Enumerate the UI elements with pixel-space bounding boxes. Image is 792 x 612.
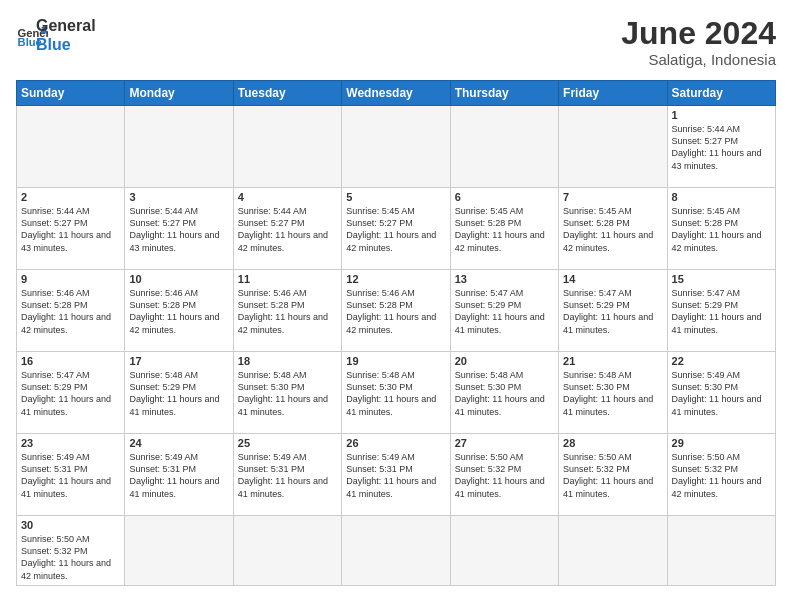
day-number: 6 [455,191,554,203]
day-info: Sunrise: 5:45 AM Sunset: 5:28 PM Dayligh… [563,205,662,254]
calendar-day-cell [233,106,341,188]
day-number: 12 [346,273,445,285]
calendar-day-cell: 7Sunrise: 5:45 AM Sunset: 5:28 PM Daylig… [559,188,667,270]
calendar-day-cell: 28Sunrise: 5:50 AM Sunset: 5:32 PM Dayli… [559,434,667,516]
calendar-day-cell: 12Sunrise: 5:46 AM Sunset: 5:28 PM Dayli… [342,270,450,352]
day-number: 21 [563,355,662,367]
calendar-day-cell: 5Sunrise: 5:45 AM Sunset: 5:27 PM Daylig… [342,188,450,270]
weekday-header-friday: Friday [559,81,667,106]
day-info: Sunrise: 5:44 AM Sunset: 5:27 PM Dayligh… [672,123,771,172]
month-title: June 2024 [621,16,776,51]
calendar-day-cell: 22Sunrise: 5:49 AM Sunset: 5:30 PM Dayli… [667,352,775,434]
day-number: 24 [129,437,228,449]
day-number: 20 [455,355,554,367]
calendar-day-cell [559,516,667,586]
weekday-header-thursday: Thursday [450,81,558,106]
weekday-header-wednesday: Wednesday [342,81,450,106]
calendar-week-row: 30Sunrise: 5:50 AM Sunset: 5:32 PM Dayli… [17,516,776,586]
day-info: Sunrise: 5:48 AM Sunset: 5:30 PM Dayligh… [346,369,445,418]
day-info: Sunrise: 5:49 AM Sunset: 5:31 PM Dayligh… [238,451,337,500]
calendar-day-cell: 16Sunrise: 5:47 AM Sunset: 5:29 PM Dayli… [17,352,125,434]
calendar-day-cell: 9Sunrise: 5:46 AM Sunset: 5:28 PM Daylig… [17,270,125,352]
calendar-day-cell: 21Sunrise: 5:48 AM Sunset: 5:30 PM Dayli… [559,352,667,434]
day-info: Sunrise: 5:49 AM Sunset: 5:30 PM Dayligh… [672,369,771,418]
calendar-day-cell: 8Sunrise: 5:45 AM Sunset: 5:28 PM Daylig… [667,188,775,270]
day-number: 1 [672,109,771,121]
day-info: Sunrise: 5:49 AM Sunset: 5:31 PM Dayligh… [21,451,120,500]
calendar-day-cell: 13Sunrise: 5:47 AM Sunset: 5:29 PM Dayli… [450,270,558,352]
day-number: 25 [238,437,337,449]
weekday-header-tuesday: Tuesday [233,81,341,106]
day-info: Sunrise: 5:50 AM Sunset: 5:32 PM Dayligh… [455,451,554,500]
day-number: 22 [672,355,771,367]
day-number: 29 [672,437,771,449]
day-info: Sunrise: 5:44 AM Sunset: 5:27 PM Dayligh… [21,205,120,254]
day-info: Sunrise: 5:45 AM Sunset: 5:28 PM Dayligh… [672,205,771,254]
day-info: Sunrise: 5:44 AM Sunset: 5:27 PM Dayligh… [129,205,228,254]
calendar-day-cell: 29Sunrise: 5:50 AM Sunset: 5:32 PM Dayli… [667,434,775,516]
day-info: Sunrise: 5:49 AM Sunset: 5:31 PM Dayligh… [129,451,228,500]
day-number: 16 [21,355,120,367]
day-number: 23 [21,437,120,449]
calendar-day-cell: 3Sunrise: 5:44 AM Sunset: 5:27 PM Daylig… [125,188,233,270]
location: Salatiga, Indonesia [621,51,776,68]
calendar-day-cell: 1Sunrise: 5:44 AM Sunset: 5:27 PM Daylig… [667,106,775,188]
calendar-table: SundayMondayTuesdayWednesdayThursdayFrid… [16,80,776,586]
day-info: Sunrise: 5:46 AM Sunset: 5:28 PM Dayligh… [129,287,228,336]
calendar-day-cell: 2Sunrise: 5:44 AM Sunset: 5:27 PM Daylig… [17,188,125,270]
logo: General Blue General Blue [16,16,96,54]
calendar-day-cell [667,516,775,586]
day-info: Sunrise: 5:47 AM Sunset: 5:29 PM Dayligh… [455,287,554,336]
day-number: 3 [129,191,228,203]
calendar-day-cell: 23Sunrise: 5:49 AM Sunset: 5:31 PM Dayli… [17,434,125,516]
calendar-day-cell: 30Sunrise: 5:50 AM Sunset: 5:32 PM Dayli… [17,516,125,586]
calendar-week-row: 9Sunrise: 5:46 AM Sunset: 5:28 PM Daylig… [17,270,776,352]
calendar-day-cell [450,516,558,586]
calendar-day-cell: 17Sunrise: 5:48 AM Sunset: 5:29 PM Dayli… [125,352,233,434]
calendar-day-cell [17,106,125,188]
title-block: June 2024 Salatiga, Indonesia [621,16,776,68]
weekday-header-sunday: Sunday [17,81,125,106]
calendar-day-cell: 11Sunrise: 5:46 AM Sunset: 5:28 PM Dayli… [233,270,341,352]
calendar-week-row: 16Sunrise: 5:47 AM Sunset: 5:29 PM Dayli… [17,352,776,434]
day-info: Sunrise: 5:45 AM Sunset: 5:27 PM Dayligh… [346,205,445,254]
calendar-week-row: 23Sunrise: 5:49 AM Sunset: 5:31 PM Dayli… [17,434,776,516]
day-info: Sunrise: 5:50 AM Sunset: 5:32 PM Dayligh… [21,533,120,582]
logo-general: General [36,16,96,35]
day-number: 2 [21,191,120,203]
calendar-day-cell [125,106,233,188]
day-number: 28 [563,437,662,449]
day-number: 14 [563,273,662,285]
calendar-day-cell: 10Sunrise: 5:46 AM Sunset: 5:28 PM Dayli… [125,270,233,352]
day-info: Sunrise: 5:47 AM Sunset: 5:29 PM Dayligh… [21,369,120,418]
calendar-week-row: 1Sunrise: 5:44 AM Sunset: 5:27 PM Daylig… [17,106,776,188]
calendar-week-row: 2Sunrise: 5:44 AM Sunset: 5:27 PM Daylig… [17,188,776,270]
day-number: 7 [563,191,662,203]
day-info: Sunrise: 5:48 AM Sunset: 5:30 PM Dayligh… [563,369,662,418]
day-number: 5 [346,191,445,203]
calendar-day-cell: 27Sunrise: 5:50 AM Sunset: 5:32 PM Dayli… [450,434,558,516]
calendar-day-cell [559,106,667,188]
day-info: Sunrise: 5:50 AM Sunset: 5:32 PM Dayligh… [563,451,662,500]
calendar-day-cell [233,516,341,586]
day-number: 17 [129,355,228,367]
day-info: Sunrise: 5:44 AM Sunset: 5:27 PM Dayligh… [238,205,337,254]
day-info: Sunrise: 5:50 AM Sunset: 5:32 PM Dayligh… [672,451,771,500]
day-number: 26 [346,437,445,449]
calendar-day-cell: 15Sunrise: 5:47 AM Sunset: 5:29 PM Dayli… [667,270,775,352]
day-info: Sunrise: 5:48 AM Sunset: 5:29 PM Dayligh… [129,369,228,418]
day-info: Sunrise: 5:46 AM Sunset: 5:28 PM Dayligh… [346,287,445,336]
day-info: Sunrise: 5:46 AM Sunset: 5:28 PM Dayligh… [238,287,337,336]
day-info: Sunrise: 5:48 AM Sunset: 5:30 PM Dayligh… [238,369,337,418]
calendar-day-cell: 18Sunrise: 5:48 AM Sunset: 5:30 PM Dayli… [233,352,341,434]
calendar-day-cell: 6Sunrise: 5:45 AM Sunset: 5:28 PM Daylig… [450,188,558,270]
day-info: Sunrise: 5:47 AM Sunset: 5:29 PM Dayligh… [672,287,771,336]
calendar-day-cell: 24Sunrise: 5:49 AM Sunset: 5:31 PM Dayli… [125,434,233,516]
day-number: 30 [21,519,120,531]
day-number: 9 [21,273,120,285]
logo-blue: Blue [36,35,96,54]
weekday-header-row: SundayMondayTuesdayWednesdayThursdayFrid… [17,81,776,106]
day-info: Sunrise: 5:49 AM Sunset: 5:31 PM Dayligh… [346,451,445,500]
day-number: 18 [238,355,337,367]
day-info: Sunrise: 5:48 AM Sunset: 5:30 PM Dayligh… [455,369,554,418]
